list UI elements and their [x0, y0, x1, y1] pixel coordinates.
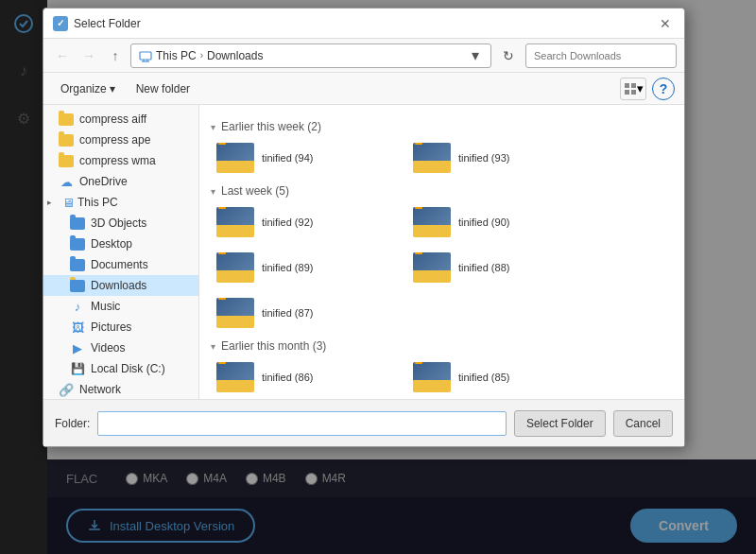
file-grid-2: tinified (86) tinified (85) — [211, 358, 673, 396]
svg-rect-1 — [140, 52, 151, 60]
address-separator: › — [200, 50, 203, 61]
sidebar-item-videos[interactable]: ▶ Videos — [43, 338, 198, 358]
dialog-sidebar: compress aiff compress ape compress wma … — [43, 105, 199, 399]
dialog-toolbar: Organize ▾ New folder ▾ ? — [43, 73, 684, 105]
music-icon: ♪ — [70, 299, 85, 314]
file-item-f86[interactable]: tinified (86) — [211, 358, 400, 396]
network-icon: 🔗 — [59, 382, 74, 397]
folder-input[interactable] — [97, 411, 507, 436]
search-input[interactable] — [525, 43, 677, 68]
dialog-bottombar: Folder: Select Folder Cancel — [43, 399, 684, 446]
dialog-title: Select Folder — [74, 17, 656, 30]
sidebar-label-onedrive: OneDrive — [79, 175, 128, 188]
file-item-f90[interactable]: tinified (90) — [407, 203, 596, 241]
sidebar-item-documents[interactable]: Documents — [43, 254, 198, 275]
folder-icon-documents — [70, 257, 85, 272]
back-button[interactable]: ← — [51, 44, 74, 67]
file-thumb-f90 — [413, 207, 451, 237]
view-button[interactable]: ▾ — [620, 78, 646, 100]
pictures-icon: 🖼 — [70, 320, 85, 335]
file-item-f87[interactable]: tinified (87) — [211, 294, 400, 332]
group-chevron-0: ▾ — [211, 122, 215, 132]
file-item-f92[interactable]: tinified (92) — [211, 203, 400, 241]
address-downloads: Downloads — [207, 49, 263, 62]
dialog-filepanel[interactable]: ▾ Earlier this week (2) tinified (94) ti… — [199, 105, 684, 399]
dialog-close-button[interactable]: ✕ — [656, 14, 675, 33]
address-this-pc: This PC — [156, 49, 197, 62]
file-name-f92: tinified (92) — [262, 216, 313, 228]
sidebar-item-downloads[interactable]: Downloads — [43, 275, 198, 296]
dialog-titlebar: ✓ Select Folder ✕ — [43, 9, 684, 39]
sidebar-item-compress-aiff[interactable]: compress aiff — [43, 109, 198, 130]
sidebar-item-music[interactable]: ♪ Music — [43, 296, 198, 317]
forward-button[interactable]: → — [77, 44, 100, 67]
folder-label: Folder: — [55, 417, 90, 430]
file-name-f86: tinified (86) — [262, 372, 313, 383]
group-label-0: Earlier this week (2) — [221, 120, 321, 133]
sidebar-label-compress-wma: compress wma — [79, 154, 156, 167]
group-header-earlier-this-week[interactable]: ▾ Earlier this week (2) — [211, 120, 673, 133]
file-thumb-f93 — [413, 143, 451, 173]
folder-icon-3d — [70, 216, 85, 231]
dialog-addressbar: ← → ↑ This PC › Downloads ▾ ↻ — [43, 39, 684, 73]
sidebar-item-desktop[interactable]: Desktop — [43, 234, 198, 254]
address-dropdown-button[interactable]: ▾ — [468, 44, 483, 66]
sidebar-label-compress-aiff: compress aiff — [79, 113, 146, 126]
help-button[interactable]: ? — [652, 78, 675, 100]
sidebar-item-compress-wma[interactable]: compress wma — [43, 150, 198, 171]
file-thumb-f87 — [216, 298, 254, 328]
sidebar-item-pictures[interactable]: 🖼 Pictures — [43, 317, 198, 338]
sidebar-label-downloads: Downloads — [91, 279, 146, 292]
folder-icon-compress-wma — [59, 153, 74, 168]
file-name-f85: tinified (85) — [458, 372, 509, 383]
organize-button[interactable]: Organize ▾ — [53, 78, 123, 100]
folder-icon-desktop — [70, 236, 85, 251]
sidebar-label-pictures: Pictures — [91, 320, 131, 334]
sidebar-item-3d-objects[interactable]: 3D Objects — [43, 213, 198, 234]
file-thumb-f86 — [216, 362, 254, 392]
sidebar-item-compress-ape[interactable]: compress ape — [43, 130, 198, 150]
select-folder-dialog: ✓ Select Folder ✕ ← → ↑ This PC › Downlo… — [43, 8, 685, 447]
cloud-icon: ☁ — [59, 174, 74, 189]
file-item-f89[interactable]: tinified (89) — [211, 249, 400, 286]
file-name-f87: tinified (87) — [262, 307, 313, 319]
file-item-f94[interactable]: tinified (94) — [211, 139, 400, 177]
up-button[interactable]: ↑ — [104, 44, 127, 67]
svg-rect-5 — [625, 83, 629, 88]
sidebar-item-onedrive[interactable]: ☁ OneDrive — [43, 171, 198, 192]
disk-icon: 💾 — [70, 361, 85, 376]
sidebar-item-network[interactable]: 🔗 Network — [43, 379, 198, 399]
file-item-f93[interactable]: tinified (93) — [407, 139, 596, 177]
file-name-f93: tinified (93) — [458, 152, 509, 164]
dialog-icon-symbol: ✓ — [57, 18, 64, 28]
file-grid-1: tinified (92) tinified (90) tinified (89… — [211, 203, 673, 332]
sidebar-label-documents: Documents — [91, 258, 148, 271]
sidebar-label-local-disk: Local Disk (C:) — [91, 362, 165, 375]
file-thumb-f94 — [216, 143, 254, 173]
this-pc-arrow: ▸ — [47, 198, 59, 207]
sidebar-this-pc-header[interactable]: ▸ 🖥 This PC — [43, 192, 198, 213]
file-item-f88[interactable]: tinified (88) — [407, 249, 596, 286]
group-label-1: Last week (5) — [221, 184, 289, 198]
address-box[interactable]: This PC › Downloads ▾ — [130, 43, 491, 68]
file-item-f85[interactable]: tinified (85) — [407, 358, 596, 396]
select-folder-button[interactable]: Select Folder — [514, 410, 606, 437]
dialog-icon: ✓ — [53, 16, 68, 31]
sidebar-label-music: Music — [91, 300, 120, 313]
group-header-earlier-this-month[interactable]: ▾ Earlier this month (3) — [211, 339, 673, 353]
sidebar-item-local-disk[interactable]: 💾 Local Disk (C:) — [43, 358, 198, 379]
folder-icon-compress-ape — [59, 132, 74, 147]
view-icon — [624, 82, 637, 95]
organize-label: Organize — [60, 82, 107, 95]
file-thumb-f88 — [413, 252, 451, 283]
new-folder-button[interactable]: New folder — [129, 78, 198, 100]
pc-icon: 🖥 — [60, 195, 76, 210]
group-label-2: Earlier this month (3) — [221, 339, 326, 353]
svg-rect-8 — [631, 90, 636, 95]
cancel-button[interactable]: Cancel — [613, 410, 673, 437]
group-chevron-2: ▾ — [211, 341, 215, 352]
group-header-last-week[interactable]: ▾ Last week (5) — [211, 184, 673, 198]
file-thumb-f85 — [413, 362, 451, 392]
refresh-button[interactable]: ↻ — [495, 43, 522, 69]
folder-icon-downloads — [70, 278, 85, 293]
